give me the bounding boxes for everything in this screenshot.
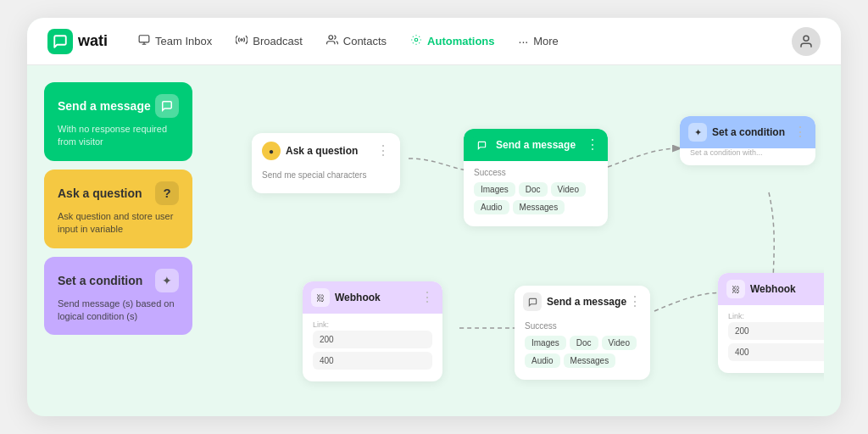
- webhook-left-title: Webhook: [335, 292, 381, 303]
- set-condition-card-title: Set a condition: [58, 274, 142, 287]
- send-message-top-tags-row2: Audio Messages: [474, 200, 598, 214]
- send-message-card-desc: With no response required from visitor: [58, 123, 179, 149]
- svg-point-4: [804, 36, 809, 41]
- nav-contacts-label: Contacts: [343, 35, 387, 47]
- nav-team-inbox-label: Team Inbox: [155, 35, 212, 47]
- set-condition-node[interactable]: ✦ Set a condition ⋮ Set a condition with…: [680, 116, 815, 165]
- tag-images-bottom: Images: [525, 336, 566, 350]
- svg-point-1: [241, 39, 242, 41]
- broadcast-icon: [236, 34, 248, 48]
- nav-item-automations[interactable]: Automations: [400, 29, 504, 53]
- navbar: wati Team Inbox Broadcast Contacts: [27, 18, 841, 65]
- webhook-left-200-value: 200: [320, 335, 334, 344]
- send-message-top-title: Send a message: [496, 139, 576, 151]
- set-condition-card-desc: Send message (s) based on logical condit…: [58, 298, 179, 324]
- tag-doc-bottom: Doc: [570, 336, 598, 350]
- send-message-card[interactable]: Send a message With no response required…: [44, 82, 192, 161]
- logo-icon: [47, 29, 73, 54]
- tag-audio-top: Audio: [474, 200, 509, 214]
- webhook-right-400-value: 400: [735, 348, 749, 357]
- automations-icon: [410, 34, 422, 48]
- logo[interactable]: wati: [47, 29, 108, 54]
- canvas-area: ● Ask a question ⋮ Send me special chara…: [209, 82, 824, 399]
- svg-rect-0: [139, 36, 149, 42]
- send-message-bottom-node[interactable]: Send a message ⋮ Success Images Doc Vide…: [515, 286, 650, 380]
- nav-item-broadcast[interactable]: Broadcast: [225, 29, 313, 53]
- webhook-right-icon: ⛓: [726, 280, 745, 298]
- webhook-left-400-value: 400: [320, 356, 334, 365]
- send-message-card-icon: [155, 94, 179, 118]
- send-message-top-menu[interactable]: ⋮: [586, 138, 599, 152]
- tag-messages-bottom: Messages: [564, 353, 616, 368]
- webhook-left-link-label: Link:: [313, 320, 432, 329]
- webhook-left-field-400: 400: [313, 352, 432, 370]
- svg-point-2: [329, 36, 333, 40]
- inbox-icon: [138, 34, 150, 48]
- tag-images-top: Images: [474, 182, 515, 197]
- webhook-left-menu[interactable]: ⋮: [420, 291, 434, 304]
- main-content: Send a message With no response required…: [27, 65, 841, 416]
- tag-doc-top: Doc: [519, 182, 548, 197]
- send-message-top-icon: [472, 136, 491, 154]
- send-message-bottom-label: Success: [525, 321, 640, 331]
- set-condition-menu[interactable]: ⋮: [793, 125, 807, 139]
- tag-video-bottom: Video: [602, 336, 637, 350]
- set-condition-card[interactable]: Set a condition ✦ Send message (s) based…: [44, 257, 192, 336]
- webhook-right-title: Webhook: [750, 283, 796, 295]
- ask-question-node[interactable]: ● Ask a question ⋮ Send me special chara…: [252, 133, 400, 193]
- send-message-card-title: Send a message: [58, 99, 151, 113]
- send-message-top-tags-row1: Images Doc Video: [474, 182, 598, 197]
- tag-audio-bottom: Audio: [525, 353, 560, 368]
- webhook-right-link-label: Link:: [728, 312, 824, 320]
- tag-video-top: Video: [551, 182, 586, 197]
- send-message-bottom-icon: [523, 292, 542, 311]
- send-message-bottom-tags-row1: Images Doc Video: [525, 336, 640, 350]
- tag-messages-top: Messages: [513, 200, 565, 214]
- ask-question-body-text: Send me special characters: [262, 170, 390, 180]
- set-condition-title: Set a condition: [712, 126, 785, 138]
- nav-item-team-inbox[interactable]: Team Inbox: [128, 29, 222, 53]
- set-condition-icon: ✦: [688, 123, 707, 142]
- send-message-bottom-tags-row2: Audio Messages: [525, 353, 640, 368]
- webhook-right-field-200: 200: [728, 322, 824, 340]
- ask-question-node-menu[interactable]: ⋮: [376, 144, 390, 158]
- send-message-bottom-menu[interactable]: ⋮: [628, 295, 642, 309]
- webhook-left-icon: ⛓: [311, 288, 330, 307]
- app-container: wati Team Inbox Broadcast Contacts: [27, 18, 841, 416]
- set-condition-desc: Set a condition with...: [680, 148, 815, 165]
- ask-question-node-title: Ask a question: [286, 145, 358, 157]
- ask-question-dot-icon: ●: [262, 142, 281, 160]
- svg-point-3: [415, 38, 418, 42]
- ask-question-card-desc: Ask question and store user input in var…: [58, 210, 179, 236]
- ask-question-card[interactable]: Ask a question ? Ask question and store …: [44, 170, 192, 248]
- send-message-bottom-title: Send a message: [547, 296, 626, 308]
- user-avatar[interactable]: [792, 27, 821, 56]
- send-message-top-label: Success: [474, 168, 598, 177]
- more-icon: ···: [519, 35, 529, 48]
- webhook-left-field-200: 200: [313, 331, 432, 348]
- logo-text: wati: [78, 32, 108, 50]
- ask-question-card-title: Ask a question: [58, 186, 142, 200]
- nav-automations-label: Automations: [427, 35, 494, 47]
- ask-question-card-icon: ?: [155, 181, 179, 205]
- set-condition-card-icon: ✦: [155, 269, 179, 292]
- webhook-right-200-value: 200: [735, 326, 749, 336]
- nav-item-contacts[interactable]: Contacts: [316, 29, 397, 53]
- nav-broadcast-label: Broadcast: [253, 35, 303, 47]
- nav-item-more[interactable]: ··· More: [509, 30, 569, 53]
- nav-more-label: More: [533, 35, 559, 47]
- left-panel: Send a message With no response required…: [44, 82, 192, 399]
- contacts-icon: [326, 34, 338, 48]
- send-message-top-node[interactable]: Send a message ⋮ Success Images Doc Vide…: [464, 129, 608, 226]
- webhook-right-node[interactable]: ⛓ Webhook ⋮ Link: 200 400: [718, 273, 824, 373]
- nav-items: Team Inbox Broadcast Contacts Automation…: [128, 29, 785, 53]
- webhook-left-node[interactable]: ⛓ Webhook ⋮ Link: 200 400: [303, 281, 442, 381]
- webhook-right-field-400: 400: [728, 343, 824, 361]
